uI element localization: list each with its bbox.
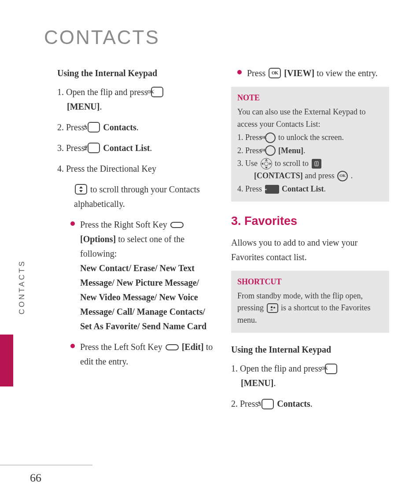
note-step-3: 3. Use to scroll to <box>237 158 383 170</box>
ok-circle-icon: OK <box>265 132 276 143</box>
step-3: 3. Press 2@ Contact List. <box>57 141 215 155</box>
right-subheading: Using the Internal Keypad <box>231 342 389 357</box>
r-step1-menu: [MENU] <box>241 378 273 388</box>
favorites-para: Allows you to add to and view your Favor… <box>231 235 389 265</box>
ok-key-icon: OK <box>325 364 337 374</box>
bullet1-list: New Contact/ Erase/ New Text Message/ Ne… <box>80 263 206 331</box>
key-2-icon: 2@ <box>88 143 100 153</box>
note-step-2: 2. Press OK [Menu]. <box>237 145 383 157</box>
contacts-app-icon <box>312 159 321 169</box>
step4-text-b: to scroll through your Contacts alphabet… <box>74 184 200 209</box>
note-s1-b: to unlock the screen. <box>278 133 344 142</box>
ok-circle-icon: OK <box>337 171 348 181</box>
svg-point-3 <box>316 163 317 164</box>
note-s2-a: 2. Press <box>237 146 264 155</box>
ok-key-icon: OK <box>269 68 281 78</box>
step3-dot: . <box>150 143 152 153</box>
bullet3-c: to view the entry. <box>317 68 378 78</box>
footer-rule <box>0 465 92 465</box>
favorites-heading: 3. Favorites <box>231 211 389 231</box>
step-4-cont: to scroll through your Contacts alphabet… <box>57 182 215 211</box>
note-s4-dot: . <box>324 184 326 193</box>
bullet-dot-icon <box>237 70 242 74</box>
page-number: 66 <box>30 471 41 485</box>
step1-menu: [MENU] <box>67 102 99 111</box>
shortcut-title: SHORTCUT <box>237 276 383 288</box>
left-soft-key-icon <box>166 344 179 350</box>
svg-point-4 <box>270 306 272 308</box>
shortcut-box: SHORTCUT From standby mode, with the fli… <box>231 271 389 333</box>
key-3-icon: 3# <box>262 399 274 409</box>
note-intro: You can also use the External Keypad to … <box>237 106 383 131</box>
key-3-icon: 3# <box>88 122 100 132</box>
svg-marker-1 <box>79 190 83 192</box>
bullet-dot-icon <box>70 221 75 226</box>
nav-circle-icon <box>261 158 272 169</box>
svg-marker-5 <box>273 306 276 309</box>
r-step2-a: 2. Press <box>231 399 261 408</box>
bullet2-edit: [Edit] <box>182 342 204 352</box>
step-4: 4. Press the Directional Key <box>57 162 215 176</box>
r-step1-dot: . <box>273 378 276 388</box>
note-box: NOTE You can also use the External Keypa… <box>231 87 389 202</box>
bullet-view: Press OK [VIEW] to view the entry. <box>231 66 389 81</box>
ok-circle-icon: OK <box>265 145 276 156</box>
note-s2-dot: . <box>303 146 306 155</box>
step1-dot: . <box>99 102 102 111</box>
step3-text-a: 3. Press <box>57 143 87 153</box>
ok-key-icon: OK <box>151 87 163 97</box>
step4-text-a: 4. Press the Directional Key <box>57 164 156 173</box>
bullet-edit: Press the Left Soft Key [Edit] to edit t… <box>57 340 215 369</box>
bullet3-a: Press <box>247 68 268 78</box>
svg-rect-2 <box>315 162 318 166</box>
right-soft-key-icon <box>170 222 184 228</box>
note-s3-b: to scroll to <box>275 159 311 168</box>
svg-marker-0 <box>79 186 83 188</box>
r-step-2: 2. Press 3# Contacts. <box>231 397 389 411</box>
note-s3-dot: . <box>351 171 353 180</box>
step1-text-a: 1. Open the flip and press <box>57 87 150 97</box>
note-s3-a: 3. Use <box>237 159 260 168</box>
bullet-dot-icon <box>70 344 75 348</box>
step2-contacts: Contacts <box>103 122 136 132</box>
note-step-4: 4. Press 2abc Contact List. <box>237 183 383 195</box>
page-title: CONTACTS <box>44 26 389 48</box>
note-s3-contacts: [CONTACTS] <box>254 171 303 180</box>
right-column: Press OK [VIEW] to view the entry. NOTE … <box>231 66 389 417</box>
left-column: Using the Internal Keypad 1. Open the fl… <box>57 66 215 417</box>
step-2: 2. Press 3# Contacts. <box>57 120 215 135</box>
note-s3-d: and press <box>305 171 336 180</box>
step-1: 1. Open the flip and press OK [MENU]. <box>57 85 215 114</box>
directional-key-icon <box>75 184 87 195</box>
note-step-1: 1. Press OK to unlock the screen. <box>237 132 383 144</box>
note-s4-a: 4. Press <box>237 184 264 193</box>
bullet2-a: Press the Left Soft Key <box>80 342 165 352</box>
bullet-options: Press the Right Soft Key [Options] to se… <box>57 217 215 334</box>
side-tab-bar <box>0 335 13 386</box>
content-columns: Using the Internal Keypad 1. Open the fl… <box>57 66 389 417</box>
side-tab-label: CONTACTS <box>18 260 26 314</box>
note-s4-cl: Contact List <box>282 184 324 193</box>
favorites-key-icon <box>267 303 278 313</box>
step3-contactlist: Contact List <box>103 143 150 153</box>
bullet3-view: [VIEW] <box>284 68 314 78</box>
step2-text-a: 2. Press <box>57 122 87 132</box>
r-step2-contacts: Contacts <box>277 399 310 408</box>
note-title: NOTE <box>237 92 383 104</box>
step2-dot: . <box>136 122 139 132</box>
note-s1-a: 1. Press <box>237 133 264 142</box>
r-step-1: 1. Open the flip and press OK [MENU]. <box>231 361 389 390</box>
r-step2-dot: . <box>310 399 313 408</box>
note-s2-menu: [Menu] <box>278 146 303 155</box>
key-2abc-icon: 2abc <box>265 185 279 194</box>
r-step1-a: 1. Open the flip and press <box>231 364 324 373</box>
note-step-3b: [CONTACTS] and press OK . <box>237 170 383 182</box>
bullet1-a: Press the Right Soft Key <box>80 220 169 229</box>
left-subheading: Using the Internal Keypad <box>57 66 215 81</box>
bullet1-options: [Options] <box>80 234 116 244</box>
